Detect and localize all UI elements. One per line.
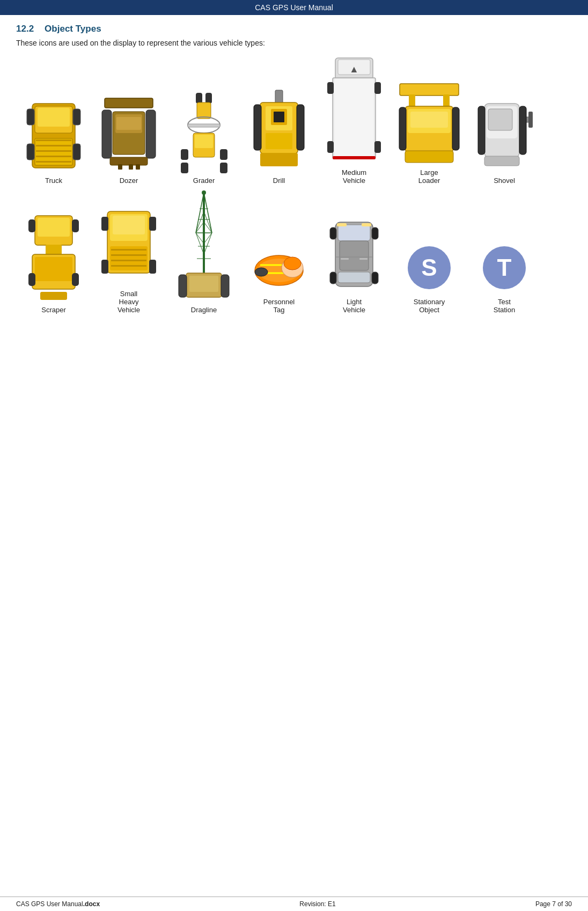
svg-rect-60: [452, 107, 459, 150]
footer-right: Page 7 of 30: [535, 900, 572, 908]
svg-rect-9: [36, 145, 71, 146]
truck-label: Truck: [45, 177, 62, 185]
svg-rect-31: [220, 149, 227, 160]
svg-rect-71: [38, 218, 70, 237]
svg-rect-111: [221, 275, 229, 297]
svg-rect-19: [110, 157, 148, 165]
vehicle-item-shovel: Shovel: [467, 87, 542, 185]
svg-rect-109: [189, 276, 218, 292]
vehicle-item-test-station: T TestStation: [467, 241, 542, 314]
svg-rect-132: [359, 258, 367, 260]
svg-rect-110: [179, 275, 187, 297]
svg-line-102: [204, 233, 212, 254]
vehicle-item-dozer: Dozer: [91, 87, 166, 185]
section-heading: 12.2Object Types: [16, 24, 572, 34]
svg-line-93: [196, 193, 204, 233]
svg-rect-3: [38, 108, 70, 127]
personnel-tag-icon: [244, 230, 314, 295]
svg-point-118: [284, 257, 301, 270]
svg-rect-85: [149, 217, 156, 231]
svg-rect-11: [36, 156, 71, 157]
svg-rect-74: [35, 257, 72, 281]
svg-rect-42: [260, 153, 298, 166]
svg-rect-18: [116, 117, 141, 130]
dozer-icon: [94, 87, 164, 173]
light-vehicle-label: LightVehicle: [343, 298, 365, 314]
vehicle-item-small-heavy: SmallHeavyVehicle: [91, 201, 166, 314]
svg-rect-68: [519, 106, 526, 155]
svg-rect-50: [374, 141, 381, 153]
svg-rect-7: [73, 144, 80, 160]
svg-rect-124: [330, 227, 336, 239]
svg-line-100: [204, 233, 212, 244]
vehicle-item-stationary: S StationaryObject: [392, 241, 467, 314]
svg-rect-22: [136, 164, 140, 170]
svg-rect-67: [478, 106, 485, 155]
stationary-circle: S: [408, 246, 451, 289]
section-number: 12.2: [16, 24, 34, 34]
svg-rect-79: [40, 292, 67, 300]
grader-icon: [169, 87, 239, 173]
large-loader-label: LargeLoader: [418, 168, 440, 185]
svg-line-101: [196, 233, 204, 254]
scraper-icon: [19, 211, 89, 303]
small-heavy-vehicle-icon: [94, 201, 164, 286]
svg-rect-47: [327, 82, 334, 94]
svg-rect-78: [72, 273, 79, 286]
vehicle-item-medium: ▲ MediumVehicle: [317, 58, 392, 185]
svg-rect-6: [27, 144, 34, 160]
svg-rect-66: [488, 109, 512, 130]
grader-label: Grader: [193, 177, 215, 185]
svg-rect-15: [146, 110, 156, 158]
drill-label: Drill: [273, 177, 285, 185]
dragline-label: Dragline: [191, 306, 217, 314]
test-station-circle: T: [483, 246, 526, 289]
footer-left: CAS GPS User Manual.docx: [16, 900, 100, 908]
svg-rect-51: [333, 156, 376, 159]
content-area: 12.2Object Types These icons are used on…: [0, 15, 588, 333]
stationary-label: StationaryObject: [414, 298, 445, 314]
svg-rect-20: [118, 164, 122, 170]
svg-rect-34: [275, 90, 283, 104]
svg-rect-122: [340, 241, 369, 270]
stationary-object-icon: S: [394, 241, 464, 295]
page-footer: CAS GPS User Manual.docx Revision: E1 Pa…: [0, 897, 588, 911]
svg-line-99: [196, 233, 204, 244]
vehicle-row-2: Scraper: [16, 195, 572, 314]
svg-rect-127: [372, 272, 378, 284]
page-header: CAS GPS User Manual: [0, 0, 588, 15]
section-title: Object Types: [45, 24, 101, 34]
svg-rect-14: [102, 110, 112, 158]
svg-rect-5: [73, 109, 80, 125]
vehicle-item-large-loader: LargeLoader: [392, 79, 467, 185]
svg-rect-131: [341, 258, 349, 260]
scraper-label: Scraper: [41, 306, 66, 314]
svg-rect-91: [111, 265, 146, 267]
svg-rect-40: [254, 105, 261, 150]
svg-rect-12: [36, 161, 71, 163]
medium-vehicle-label: MediumVehicle: [342, 168, 366, 185]
svg-rect-13: [105, 98, 153, 108]
svg-rect-46: [334, 79, 374, 157]
svg-rect-4: [27, 109, 34, 125]
svg-rect-25: [197, 102, 211, 119]
svg-rect-24: [205, 93, 212, 104]
svg-rect-72: [46, 245, 62, 255]
svg-rect-129: [362, 223, 371, 226]
svg-rect-59: [399, 107, 406, 150]
svg-rect-30: [181, 149, 188, 160]
svg-rect-38: [274, 112, 284, 122]
svg-rect-61: [405, 151, 453, 163]
dragline-icon: [169, 195, 239, 303]
svg-rect-8: [36, 139, 71, 141]
test-station-label: TestStation: [494, 298, 515, 314]
svg-point-119: [255, 268, 268, 276]
svg-line-94: [204, 193, 212, 233]
svg-rect-123: [338, 272, 370, 283]
svg-rect-90: [111, 260, 146, 261]
vehicle-item-dragline: Dragline: [166, 195, 241, 314]
svg-rect-121: [338, 225, 370, 241]
svg-rect-76: [72, 219, 79, 232]
svg-rect-53: [400, 84, 459, 95]
footer-center: Revision: E1: [299, 900, 335, 908]
